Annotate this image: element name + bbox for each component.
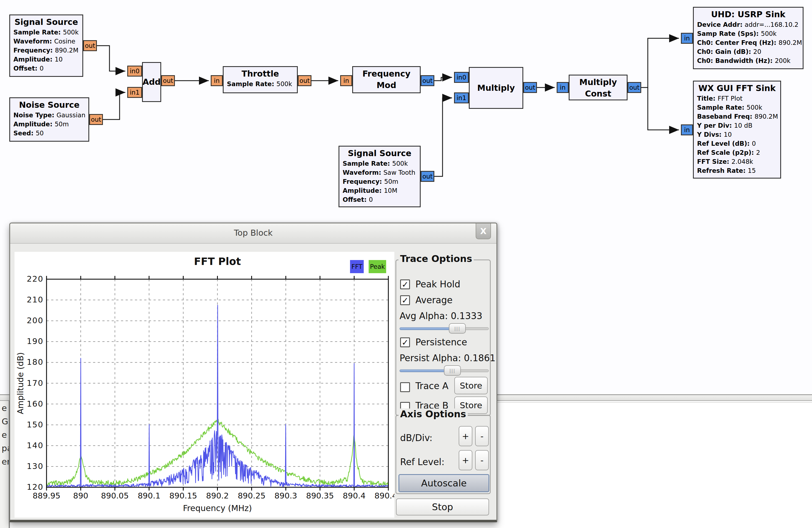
- db-div-minus-button[interactable]: -: [475, 426, 489, 446]
- peak-hold-checkbox[interactable]: ✓: [400, 280, 410, 289]
- connection-wire: [97, 46, 125, 71]
- axis-options-group: Axis Options dB/Div: + - Ref Level: + - …: [395, 415, 491, 494]
- db-div-plus-button[interactable]: +: [459, 426, 473, 446]
- block-params: Title: FFT PlotSample Rate: 500kBaseband…: [694, 94, 780, 175]
- port-signal-source-2-out[interactable]: out: [421, 171, 434, 182]
- param-row: Frequency: 890.2M: [13, 46, 79, 55]
- block-noise-source[interactable]: Noise SourceNoise Type: GaussianAmplitud…: [9, 97, 89, 142]
- connection-wire: [434, 98, 452, 176]
- connection-wire: [103, 92, 125, 120]
- block-signal-source-1[interactable]: Signal SourceSample Rate: 500kWaveform: …: [9, 15, 83, 77]
- param-row: Baseband Freq: 890.2M: [697, 112, 777, 121]
- param-row: Refresh Rate: 15: [697, 166, 777, 175]
- peak-hold-label: Peak Hold: [416, 279, 460, 290]
- y-axis-label: Amplitude (dB): [16, 279, 25, 487]
- param-row: Sample Rate: 500k: [697, 103, 777, 112]
- trace-a-checkbox[interactable]: [400, 382, 410, 392]
- port-frequency-mod-out[interactable]: out: [421, 75, 434, 86]
- legend-fft-label: FFT: [351, 263, 362, 270]
- param-row: Seed: 50: [13, 129, 85, 138]
- block-params: Device Addr: addr=...168.10.2Samp Rate (…: [694, 20, 803, 65]
- axis-options-title: Axis Options: [398, 408, 468, 420]
- block-title: Signal Source: [10, 16, 82, 28]
- block-signal-source-2[interactable]: Signal SourceSample Rate: 500kWaveform: …: [338, 146, 421, 207]
- param-row: Waveform: Saw Tooth: [343, 168, 417, 177]
- autoscale-button[interactable]: Autoscale: [398, 474, 489, 492]
- block-frequency-mod[interactable]: Frequency ModSensitivity: 20m: [352, 66, 421, 93]
- block-title: UHD: USRP Sink: [694, 9, 803, 20]
- occluded-window-sliver: eGlepaer: [0, 401, 10, 528]
- x-tick-label: 890.4: [335, 491, 373, 500]
- block-multiply[interactable]: Multiply: [469, 67, 523, 109]
- ref-level-label: Ref Level:: [400, 457, 445, 467]
- occluded-text-fragment: e: [2, 403, 7, 413]
- port-add-out[interactable]: out: [161, 75, 175, 86]
- block-params: Sensitivity: 20m: [353, 91, 420, 93]
- block-title: WX GUI FFT Sink: [694, 82, 780, 94]
- port-frequency-mod-in[interactable]: in: [340, 75, 352, 86]
- port-multiply-const-in[interactable]: in: [557, 82, 569, 93]
- chart-title: FFT Plot: [46, 256, 388, 268]
- param-row: Y per Div: 10 dB: [697, 121, 777, 130]
- param-row: Sample Rate: 500k: [13, 28, 79, 37]
- port-multiply-in1[interactable]: in1: [454, 92, 469, 103]
- trace-options-group: Trace Options ✓ Peak Hold ✓ Average Avg …: [395, 259, 491, 416]
- block-title: Multiply: [477, 82, 515, 94]
- slider-thumb[interactable]: |||: [444, 365, 461, 376]
- ref-level-minus-button[interactable]: -: [475, 450, 489, 470]
- param-row: Ch0: Bandwidth (Hz): 200k: [697, 56, 799, 65]
- window-title: Top Block: [10, 223, 496, 243]
- port-signal-source-1-out[interactable]: out: [83, 40, 97, 51]
- occluded-text-fragment: Gl: [2, 417, 10, 426]
- param-row: FFT Size: 2.048k: [697, 157, 777, 166]
- param-row: Offset: 0: [343, 195, 417, 204]
- port-multiply-in0[interactable]: in0: [454, 72, 469, 83]
- block-wx-gui-fft-sink[interactable]: WX GUI FFT SinkTitle: FFT PlotSample Rat…: [693, 81, 781, 179]
- port-multiply-out[interactable]: out: [523, 82, 537, 93]
- param-row: Noise Type: Gaussian: [13, 111, 85, 120]
- x-tick-label: 890.45: [369, 491, 394, 500]
- x-tick-label: 890.25: [232, 491, 271, 500]
- block-title: Signal Source: [339, 148, 420, 159]
- store-a-button[interactable]: Store: [454, 377, 488, 394]
- occluded-text-fragment: pa: [2, 443, 10, 453]
- port-uhd-usrp-sink-in[interactable]: in: [681, 33, 693, 44]
- slider-thumb[interactable]: |||: [449, 323, 466, 334]
- port-noise-source-out[interactable]: out: [89, 114, 103, 125]
- avg-alpha-value: Avg Alpha: 0.1333: [400, 311, 482, 321]
- port-wx-gui-fft-sink-in[interactable]: in: [681, 124, 693, 135]
- block-add[interactable]: Add: [142, 62, 161, 102]
- connection-wire: [434, 77, 452, 81]
- port-add-in0[interactable]: in0: [127, 66, 142, 77]
- persistence-checkbox[interactable]: ✓: [400, 337, 410, 347]
- avg-alpha-slider[interactable]: |||: [400, 323, 489, 334]
- persist-alpha-value: Persist Alpha: 0.1861: [400, 353, 495, 363]
- close-button[interactable]: X: [476, 223, 491, 239]
- persist-alpha-slider[interactable]: |||: [400, 365, 489, 376]
- param-row: Title: FFT Plot: [697, 94, 777, 103]
- legend-fft-swatch: FFT: [350, 260, 364, 273]
- param-row: Ch0: Center Freq (Hz): 890.2M: [697, 38, 799, 47]
- x-tick-label: 890.1: [130, 491, 168, 500]
- port-add-in1[interactable]: in1: [127, 87, 142, 98]
- legend-peak-swatch: Peak: [369, 260, 386, 273]
- close-icon: X: [480, 226, 486, 236]
- top-block-window: Top Block X FFT Plot FFT Peak 2202102001…: [9, 223, 497, 522]
- port-multiply-const-out[interactable]: out: [627, 82, 641, 93]
- x-tick-label: 889.95: [27, 491, 66, 500]
- block-throttle[interactable]: ThrottleSample Rate: 500k: [223, 66, 298, 93]
- window-titlebar[interactable]: Top Block X: [10, 223, 496, 244]
- block-uhd-usrp-sink[interactable]: UHD: USRP SinkDevice Addr: addr=...168.1…: [693, 7, 803, 69]
- block-title: Noise Source: [10, 99, 88, 111]
- block-multiply-const[interactable]: Multiply ConstConstant: 10k: [569, 75, 627, 100]
- average-checkbox[interactable]: ✓: [400, 295, 410, 305]
- db-div-label: dB/Div:: [400, 433, 432, 443]
- block-params: Constant: 10k: [569, 100, 627, 100]
- stop-button[interactable]: Stop: [396, 498, 489, 515]
- x-tick-label: 890.15: [164, 491, 203, 500]
- x-tick-label: 890.3: [266, 491, 305, 500]
- port-throttle-out[interactable]: out: [298, 75, 311, 86]
- ref-level-plus-button[interactable]: +: [459, 450, 473, 470]
- persistence-label: Persistence: [416, 337, 467, 348]
- port-throttle-in[interactable]: in: [211, 75, 223, 86]
